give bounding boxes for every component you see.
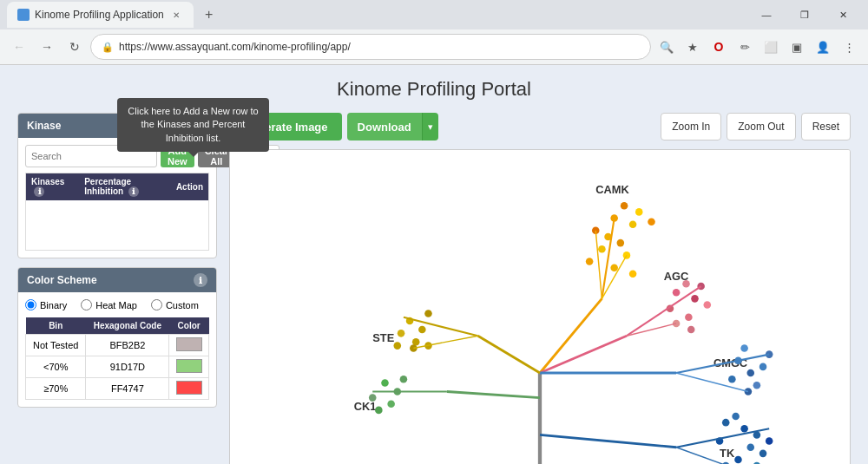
color-col-header: Color [169,317,209,335]
kinases-col-header: Kinases ℹ [26,173,79,200]
svg-point-100 [398,330,405,337]
svg-point-13 [586,258,594,265]
radio-binary[interactable]: Binary [25,299,67,310]
svg-point-7 [635,208,643,216]
svg-text:STE: STE [372,331,394,344]
kinase-section: Kinase ℹ Add New Clear All ⬆ Import Clic… [17,113,217,258]
radio-group: Binary Heat Map Custom [25,299,209,310]
nav-bar: ← → ↻ 🔒 https://www.assayquant.com/kinom… [0,29,868,64]
svg-point-98 [424,310,432,317]
kinase-table: Kinases ℹ Percentage Inhibition ℹ Action [26,173,208,200]
lock-icon: 🔒 [102,42,114,53]
nav-icons: 🔍 ★ O ✏ ⬜ ▣ 👤 ⋮ [654,35,861,59]
pen-icon[interactable]: ✏ [733,35,757,59]
color-swatch-gte70[interactable] [169,378,209,400]
color-scheme-section: Color Scheme ℹ Binary Heat Map [17,267,217,408]
active-tab[interactable]: Kinome Profiling Application ✕ [7,2,194,28]
kinome-tree-svg: CAMK [230,150,850,464]
svg-point-102 [393,342,401,350]
svg-text:CAMK: CAMK [595,183,629,196]
svg-point-36 [746,369,754,377]
svg-point-15 [610,264,618,271]
tab-title: Kinome Profiling Application [35,9,164,21]
kinase-header-label: Kinase [27,120,61,132]
sidebar-icon[interactable]: ▣ [785,35,809,59]
kinome-image-area[interactable]: CAMK [229,149,851,464]
app-body: Kinase ℹ Add New Clear All ⬆ Import Clic… [17,113,851,464]
color-swatch-not-tested[interactable] [169,335,209,356]
tab-close-button[interactable]: ✕ [169,8,183,22]
radio-heatmap-input[interactable] [81,299,92,310]
color-table: Bin Hexagonal Code Color Not Tested BFB2… [25,317,209,400]
window-controls: — ❐ ✕ [748,2,861,28]
close-button[interactable]: ✕ [825,2,861,28]
forward-button[interactable]: → [35,35,59,59]
color-scheme-info-icon[interactable]: ℹ [194,273,207,287]
svg-point-11 [598,245,606,253]
svg-text:TK: TK [720,447,735,460]
zoom-out-button[interactable]: Zoom Out [727,113,795,141]
svg-text:CK1: CK1 [354,400,377,413]
bin-col-header: Bin [26,317,86,335]
bin-not-tested: Not Tested [26,335,86,356]
color-row-lt70: <70% 91D17D [26,356,209,378]
radio-custom[interactable]: Custom [151,299,199,310]
svg-point-88 [381,379,389,387]
svg-point-91 [375,407,383,415]
reset-button[interactable]: Reset [801,113,851,141]
percent-info-icon[interactable]: ℹ [128,186,139,197]
radio-binary-input[interactable] [25,299,36,310]
url-text: https://www.assayquant.com/kinome-profil… [119,41,351,53]
menu-icon[interactable]: ⋮ [837,35,861,59]
url-bar[interactable]: 🔒 https://www.assayquant.com/kinome-prof… [90,34,651,60]
svg-point-59 [766,437,773,445]
toolbar-row: Generate Image Download ▾ Zoom In Zoom O… [229,113,851,141]
color-swatch-lt70[interactable] [169,356,209,378]
action-col-header: Action [171,173,208,200]
svg-point-37 [740,344,748,352]
radio-heatmap[interactable]: Heat Map [81,299,137,310]
svg-point-89 [369,394,377,402]
svg-point-30 [687,326,695,334]
color-scheme-header: Color Scheme ℹ [18,268,216,292]
svg-point-96 [418,326,426,334]
maximize-button[interactable]: ❐ [786,2,823,28]
kinase-table-area[interactable]: Kinases ℹ Percentage Inhibition ℹ Action [25,173,209,251]
svg-point-47 [722,419,730,427]
tab-bar: Kinome Profiling Application ✕ + — ❐ ✕ [0,0,868,29]
bin-gte70: ≥70% [26,378,86,400]
svg-point-6 [621,202,628,210]
back-button[interactable]: ← [7,35,31,59]
download-dropdown-button[interactable]: ▾ [422,113,438,141]
download-button[interactable]: Download [347,113,422,141]
profile-icon[interactable]: 👤 [811,35,835,59]
opera-icon[interactable]: O [707,35,731,59]
refresh-button[interactable]: ↻ [62,35,87,59]
svg-point-92 [400,376,408,383]
app-title: Kinome Profiling Portal [337,78,531,101]
hex-col-header: Hexagonal Code [86,317,169,335]
svg-point-25 [703,301,711,309]
svg-point-39 [728,376,736,383]
zoom-in-button[interactable]: Zoom In [661,113,721,141]
svg-point-10 [617,239,625,247]
app-container: Kinome Profiling Portal Kinase ℹ Add New… [0,65,868,464]
hex-not-tested: BFB2B2 [86,335,169,356]
kinases-info-icon[interactable]: ℹ [34,186,44,197]
color-row-not-tested: Not Tested BFB2B2 [26,335,209,356]
bin-lt70: <70% [26,356,86,378]
radio-custom-input[interactable] [151,299,162,310]
minimize-button[interactable]: — [748,2,785,28]
svg-point-27 [685,313,693,321]
search-icon[interactable]: 🔍 [654,35,679,59]
svg-point-48 [740,425,748,433]
svg-point-22 [673,289,681,297]
right-panel: Generate Image Download ▾ Zoom In Zoom O… [229,113,851,464]
hex-lt70: 91D17D [86,356,169,378]
new-tab-button[interactable]: + [197,3,221,27]
bookmark-icon[interactable]: ★ [681,35,705,59]
kinase-panel-body: Add New Clear All ⬆ Import Click here to… [18,138,216,258]
extensions-icon[interactable]: ⬜ [759,35,783,59]
svg-point-52 [746,443,754,451]
color-scheme-body: Binary Heat Map Custom [18,292,216,407]
